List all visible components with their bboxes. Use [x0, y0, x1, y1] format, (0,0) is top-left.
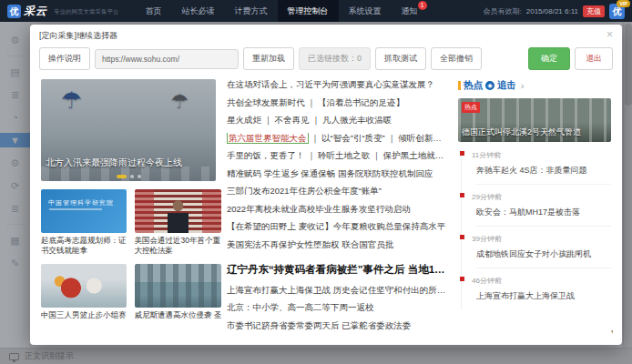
hot-target-icon: ◉: [485, 81, 494, 90]
carousel-dot[interactable]: [138, 175, 141, 178]
hot-item-title[interactable]: 成都地铁回应女子对小孩跳闸机: [476, 248, 611, 268]
dialog-toolbar: 操作说明 重新加载 已选链接数：0 抓取测试 全部撤销 确定 退出: [39, 47, 613, 70]
news-card-caption[interactable]: 威尼斯遭遇高水位侵袭 圣: [135, 310, 222, 320]
vip-logo[interactable]: 优 VIP: [609, 4, 625, 19]
news-card-caption[interactable]: 美国会通过近30年首个重大控枪法案: [135, 236, 222, 256]
carousel-caption[interactable]: 北方入汛来最强降雨过程今夜上线: [46, 157, 182, 169]
plaque-image: 中国管理科学研究院: [41, 189, 127, 233]
headline-column: 在这场对话会上，习近平为何强调要真心实意谋发展？ 共创全球发展新时代 ｜ 【沿着…: [227, 79, 447, 338]
help-button[interactable]: 操作说明: [39, 47, 90, 70]
nav-item-notifications[interactable]: 通知 1: [392, 0, 428, 22]
hot-news-item[interactable]: 39分钟前 成都地铁回应女子对小孩跳闸机: [472, 234, 611, 268]
hot-item-title[interactable]: 欧安会：马航MH17是被击落: [476, 207, 611, 227]
nav-item-console[interactable]: 管理控制台: [278, 0, 339, 22]
hot-item-time: 46分钟前: [472, 276, 611, 286]
news-card[interactable]: 中国管理科学研究院 起底高考志愿规划师：证书交钱就能拿: [41, 189, 127, 256]
reload-button[interactable]: 重新加载: [243, 47, 294, 70]
nav-item-must-read[interactable]: 站长必读: [172, 0, 225, 22]
headline-item[interactable]: 2022年离校未就业高校毕业生服务攻坚行动启动: [227, 204, 447, 216]
scroll-down-icon[interactable]: ▾: [611, 328, 613, 336]
nav-notifications-label: 通知: [402, 5, 418, 17]
scrape-test-button[interactable]: 抓取测试: [375, 47, 426, 70]
headline-item-highlighted[interactable]: 第六届世界智能大会 ｜ 以“智会”引“质变” ｜ 倾听创新的律动: [227, 133, 447, 145]
headline-item[interactable]: 美国宪法不再保护女性堕胎权 联合国官员批: [227, 239, 447, 251]
headline-item-featured[interactable]: 辽宁丹东“持黄码者看病被拦”事件之后 当地12345回应: [227, 263, 447, 277]
hot-news-list: 11分钟前 奔驰车起火 4S店：非质量问题 29分钟前 欧安会：马航MH17是被…: [461, 150, 611, 309]
carousel-dot[interactable]: [130, 175, 134, 178]
headline-item[interactable]: 手里的饭，更香了！ ｜ 聆听土地之歌 ｜ 保护黑土地就是保护每个…: [227, 150, 447, 162]
hot-panel: 热点 ◉ 追击 › 热点 德国正式叫停北溪2号天然气管道 11分钟前 奔驰车起火…: [458, 79, 611, 338]
hot-item-time: 39分钟前: [472, 234, 611, 244]
notification-badge: 1: [418, 1, 427, 10]
hot-panel-header[interactable]: 热点 ◉ 追击 ›: [458, 79, 611, 92]
hot-item-time: 29分钟前: [472, 192, 611, 202]
hot-badge: 热点: [462, 102, 480, 113]
image-column: ☂ ☂ 北方入汛来最强降雨过程今夜上线 中国管理科学研究院 起底高考志愿规划师：…: [41, 79, 216, 338]
hot-item-title[interactable]: 奔驰车起火 4S店：非质量问题: [476, 165, 611, 185]
account-area: 会员有效期: 2015/08/21 6:11 充值 优 VIP: [484, 4, 625, 19]
headline-rest: ｜ 以“智会”引“质变” ｜ 倾听创新的律动: [309, 133, 448, 143]
url-input[interactable]: [95, 49, 239, 69]
hot-item-title[interactable]: 上海宣布打赢大上海保卫战: [476, 290, 611, 309]
hot-news-item[interactable]: 11分钟前 奔驰车起火 4S店：非质量问题: [472, 150, 611, 185]
venice-image: [135, 264, 222, 308]
confirm-button[interactable]: 确定: [528, 47, 570, 70]
embedded-page: ☂ ☂ 北方入汛来最强降雨过程今夜上线 中国管理科学研究院 起底高考志愿规划师：…: [39, 79, 613, 338]
headline-item[interactable]: 市委书记跻身省委常委两天后 已掌舵省委政法委: [227, 320, 447, 332]
hot-title-b: 追击: [497, 79, 516, 92]
accent-bar: [458, 81, 461, 90]
hot-image-caption[interactable]: 德国正式叫停北溪2号天然气管道: [462, 126, 609, 138]
headline-item[interactable]: 共创全球发展新时代 ｜ 【沿着总书记的足迹】: [227, 97, 447, 109]
nav-item-pricing[interactable]: 计费方式: [225, 0, 278, 22]
news-card[interactable]: 威尼斯遭遇高水位侵袭 圣: [135, 264, 222, 320]
news-card-caption[interactable]: 中国三人男篮止步小组赛: [41, 310, 127, 320]
undo-all-button[interactable]: 全部撤销: [431, 47, 482, 70]
headline-item[interactable]: 北京：中小学、高一高二等下周一返校: [227, 302, 447, 314]
news-card[interactable]: 中国三人男篮止步小组赛: [41, 264, 127, 320]
close-icon[interactable]: ×: [607, 29, 613, 40]
carousel-dots: [41, 175, 216, 178]
nav-item-settings[interactable]: 系统设置: [339, 0, 392, 22]
headline-item[interactable]: 三部门发布2021年住房公积金年度“账单”: [227, 186, 447, 197]
headline-item[interactable]: 星火成炬 ｜ 不舍再见 ｜ 凡人微光丰收温暖: [227, 115, 447, 126]
hot-news-image[interactable]: 热点 德国正式叫停北溪2号天然气管道: [458, 98, 611, 142]
account-label: 会员有效期:: [484, 6, 522, 16]
headline-list: 在这场对话会上，习近平为何强调要真心实意谋发展？ 共创全球发展新时代 ｜ 【沿着…: [227, 79, 447, 338]
hot-item-time: 11分钟前: [472, 150, 611, 160]
podium-image: [135, 189, 222, 233]
chevron-right-icon: ›: [521, 81, 524, 91]
headline-item[interactable]: 在这场对话会上，习近平为何强调要真心实意谋发展？: [227, 79, 447, 91]
main-nav: 首页 站长必读 计费方式 管理控制台 系统设置 通知 1: [136, 0, 428, 22]
news-image-grid: 中国管理科学研究院 起底高考志愿规划师：证书交钱就能拿 美国会通过近30年首个重…: [41, 189, 216, 320]
app-logo[interactable]: 优 采云 专业的网页文章采集平台: [7, 4, 119, 19]
logo-icon: 优: [7, 5, 21, 18]
hot-news-item[interactable]: 29分钟前 欧安会：马航MH17是被击落: [472, 192, 611, 227]
headline-item[interactable]: 精准赋码 学生返乡 保通保畅 国务院联防联控机制回应: [227, 168, 447, 180]
umbrella-icon: ☂: [170, 90, 189, 114]
news-card-caption[interactable]: 起底高考志愿规划师：证书交钱就能拿: [41, 236, 127, 256]
hot-news-item[interactable]: 46分钟前 上海宣布打赢大上海保卫战: [472, 276, 611, 309]
brand-tagline: 专业的网页文章采集平台: [54, 8, 119, 19]
basketball-image: [41, 264, 127, 308]
hot-title-a: 热点: [464, 79, 483, 92]
brand-name: 采云: [24, 4, 47, 19]
top-navbar: 优 采云 专业的网页文章采集平台 首页 站长必读 计费方式 管理控制台 系统设置…: [0, 0, 632, 22]
selected-count-indicator: 已选链接数：0: [299, 47, 371, 70]
umbrella-icon: ☂: [61, 86, 82, 115]
dialog-title: [定向采集]继续选择器: [39, 30, 613, 42]
exit-button[interactable]: 退出: [575, 47, 613, 70]
account-value: 2015/08/21 6:11: [526, 7, 578, 15]
recharge-button[interactable]: 充值: [583, 5, 605, 17]
vip-logo-glyph: 优: [613, 6, 622, 16]
nav-item-home[interactable]: 首页: [136, 0, 172, 22]
collector-dialog: [定向采集]继续选择器 × 操作说明 重新加载 已选链接数：0 抓取测试 全部撤…: [30, 25, 622, 345]
news-card[interactable]: 美国会通过近30年首个重大控枪法案: [135, 189, 222, 256]
selected-link-highlight[interactable]: 第六届世界智能大会: [227, 133, 309, 144]
vip-badge: VIP: [617, 0, 630, 7]
carousel-image-rain[interactable]: ☂ ☂ 北方入汛来最强降雨过程今夜上线: [41, 79, 216, 181]
carousel-dot-active[interactable]: [117, 175, 127, 178]
plaque-text: 中国管理科学研究院: [48, 198, 114, 207]
headline-item[interactable]: 【在希望的田野上 麦收记】今年夏粮收购总量保持高水平: [227, 221, 447, 233]
headline-item[interactable]: 上海宣布打赢大上海保卫战 历史会记住坚守和付出的所有人: [227, 285, 447, 297]
